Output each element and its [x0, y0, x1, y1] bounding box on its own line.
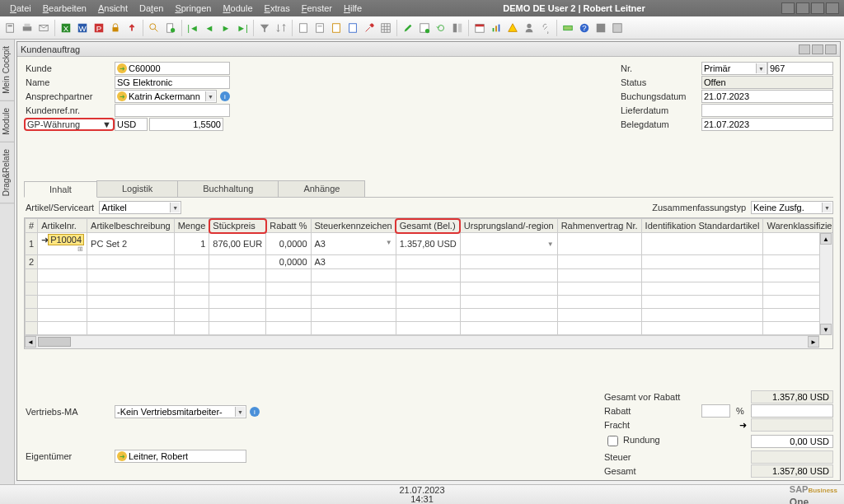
grid-icon[interactable] — [378, 21, 393, 35]
svg-text:W: W — [78, 23, 87, 32]
svg-point-14 — [171, 28, 175, 32]
menu-hilfe[interactable]: Hilfe — [339, 2, 367, 15]
svg-text:?: ? — [582, 22, 586, 31]
svg-point-30 — [527, 23, 531, 27]
menu-datei[interactable]: Datei — [5, 2, 36, 15]
export-word-icon[interactable]: W — [75, 21, 90, 35]
alert-icon[interactable] — [505, 21, 520, 35]
svg-rect-15 — [300, 23, 307, 32]
refresh-icon[interactable] — [434, 21, 448, 35]
svg-rect-17 — [317, 26, 321, 26]
svg-text:P: P — [96, 23, 101, 32]
help-icon[interactable]: ? — [577, 21, 592, 35]
svg-rect-27 — [493, 28, 495, 31]
app-title: DEMO DE User 2 | Robert Leitner — [368, 3, 780, 13]
edit-icon[interactable] — [401, 21, 415, 35]
export-excel-icon[interactable]: X — [59, 21, 73, 35]
doc2-icon[interactable] — [312, 21, 327, 35]
menu-daten[interactable]: Daten — [134, 2, 168, 15]
svg-rect-29 — [499, 24, 500, 31]
svg-text:X: X — [63, 23, 69, 32]
lock-icon[interactable] — [108, 21, 123, 35]
svg-point-22 — [425, 28, 429, 32]
svg-rect-1 — [8, 25, 12, 26]
svg-rect-28 — [495, 26, 497, 31]
new-icon[interactable] — [163, 21, 178, 35]
mail-icon[interactable] — [36, 21, 51, 35]
last-record-icon[interactable]: ►| — [235, 21, 250, 35]
context-icon[interactable] — [610, 21, 625, 35]
svg-rect-24 — [458, 23, 462, 32]
menu-ansicht[interactable]: Ansicht — [93, 2, 133, 15]
chart-icon[interactable] — [489, 21, 504, 35]
svg-rect-23 — [453, 23, 457, 32]
prev-record-icon[interactable]: ◄ — [202, 21, 217, 35]
svg-rect-31 — [564, 26, 573, 30]
menu-module[interactable]: Module — [218, 2, 257, 15]
maximize-button[interactable] — [811, 2, 824, 14]
find-icon[interactable] — [147, 21, 162, 35]
export-pdf-icon[interactable]: P — [91, 21, 106, 35]
doc1-icon[interactable] — [296, 21, 311, 35]
calendar-icon[interactable] — [472, 21, 487, 35]
svg-rect-11 — [113, 27, 119, 31]
svg-rect-2 — [23, 26, 32, 30]
print-icon[interactable] — [20, 21, 35, 35]
minimize-button[interactable] — [781, 2, 795, 14]
svg-rect-18 — [333, 23, 340, 32]
layout-icon[interactable] — [450, 21, 465, 35]
preview-icon[interactable] — [3, 21, 18, 35]
svg-rect-3 — [25, 23, 30, 26]
svg-rect-34 — [597, 23, 606, 32]
upload-icon[interactable] — [124, 21, 139, 35]
svg-rect-35 — [613, 23, 622, 32]
main-toolbar: X W P |◄ ◄ ► ►| ? — [0, 16, 844, 40]
svg-rect-16 — [316, 23, 324, 32]
next-record-icon[interactable]: ► — [218, 21, 233, 35]
menu-springen[interactable]: Springen — [170, 2, 216, 15]
cash-icon[interactable] — [560, 21, 575, 35]
filter-icon[interactable] — [257, 21, 272, 35]
menu-fenster[interactable]: Fenster — [297, 2, 337, 15]
settings-icon[interactable] — [593, 21, 608, 35]
restore-button[interactable] — [796, 2, 809, 14]
svg-point-12 — [150, 23, 156, 29]
svg-rect-0 — [7, 23, 14, 32]
tools-icon[interactable] — [362, 21, 377, 35]
menu-bearbeiten[interactable]: Bearbeiten — [38, 2, 91, 15]
form-icon[interactable] — [417, 21, 432, 35]
link-icon[interactable] — [538, 21, 553, 35]
menu-extras[interactable]: Extras — [260, 2, 295, 15]
close-button[interactable] — [826, 2, 839, 14]
basedoc-icon[interactable] — [329, 21, 344, 35]
menu-bar: Datei Bearbeiten Ansicht Daten Springen … — [0, 0, 844, 16]
user-icon[interactable] — [522, 21, 537, 35]
first-record-icon[interactable]: |◄ — [185, 21, 200, 35]
sort-icon[interactable] — [274, 21, 288, 35]
svg-rect-26 — [476, 24, 485, 26]
svg-rect-19 — [349, 23, 357, 32]
targetdoc-icon[interactable] — [345, 21, 360, 35]
svg-rect-20 — [382, 23, 391, 32]
